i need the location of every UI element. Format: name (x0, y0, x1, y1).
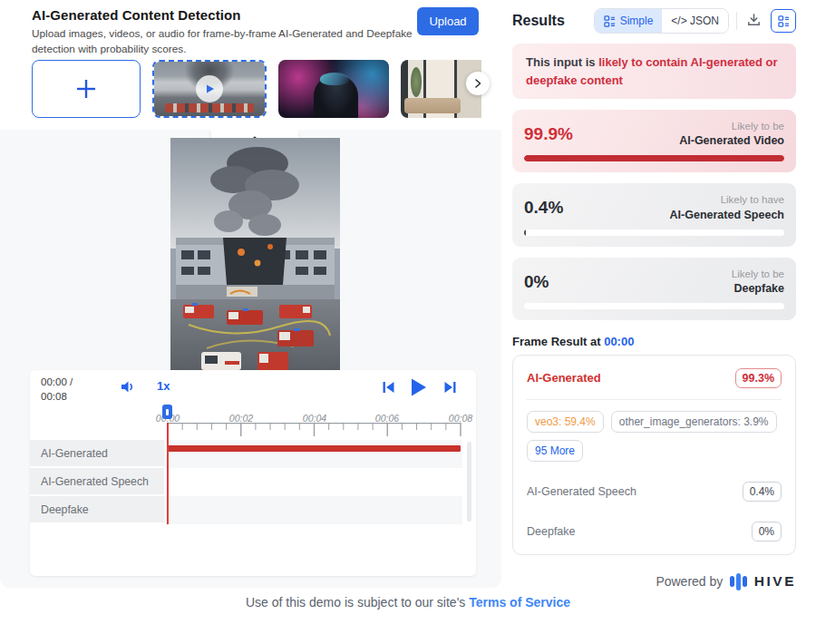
fire-scene-illustration (170, 138, 340, 372)
header-divider (736, 12, 737, 30)
progress-track (524, 303, 784, 309)
detailed-view-button[interactable] (771, 9, 796, 33)
simple-view-label: Simple (620, 15, 654, 27)
frame-result-time[interactable]: 00:00 (604, 335, 634, 348)
playback-speed-button[interactable]: 1x (157, 379, 170, 393)
progress-fill (524, 229, 526, 236)
track-row-ai-generated-speech: AI-Generated Speech (30, 468, 476, 496)
thumbnail-video-selected[interactable] (152, 60, 267, 118)
previous-frame-button[interactable] (382, 381, 395, 396)
skip-forward-icon (443, 381, 457, 394)
track-row-deepfake: Deepfake (30, 496, 476, 524)
json-view-label: </> JSON (671, 15, 719, 27)
results-title: Results (512, 13, 565, 29)
hive-logo-icon (730, 573, 747, 590)
upload-button[interactable]: Upload (417, 7, 479, 35)
frame-row-score-badge: 0% (752, 522, 782, 542)
score-category: Deepfake (732, 282, 784, 295)
frame-result-prefix: Frame Result at (512, 335, 604, 348)
next-frame-button[interactable] (443, 381, 457, 396)
progress-track (524, 229, 784, 236)
simple-view-icon (604, 15, 616, 27)
track-label: Deepfake (30, 496, 164, 523)
video-preview-panel: 00:00 / 00:08 1x (0, 130, 501, 588)
score-category: AI-Generated Speech (670, 209, 784, 221)
ai-generated-detection-bar (168, 445, 461, 452)
footer-text: Use of this demo is subject to our site'… (246, 595, 469, 610)
current-time: 00:00 / (41, 376, 73, 390)
tag-other-image-generators[interactable]: other_image_generators: 3.9% (611, 411, 777, 433)
page-subtitle: Upload images, videos, or audio for fram… (32, 26, 413, 57)
score-qualifier: Likely to be (732, 267, 784, 282)
ai-content-detection-demo: AI-Generated Content Detection Upload im… (0, 0, 816, 644)
volume-button[interactable] (121, 380, 136, 396)
time-display: 00:00 / 00:08 (41, 376, 73, 404)
frame-row-label: Deepfake (527, 525, 576, 538)
terms-of-service-link[interactable]: Terms of Service (469, 595, 570, 610)
score-qualifier: Likely to have (670, 192, 784, 208)
progress-fill (524, 155, 784, 161)
detailed-view-icon (778, 15, 790, 27)
thumbnail-cyberpunk-image[interactable] (278, 60, 389, 118)
download-icon (746, 12, 762, 27)
score-value: 99.9% (524, 124, 573, 144)
video-frame[interactable] (170, 138, 340, 372)
powered-by-row: Powered by HIVE (512, 573, 796, 590)
simple-view-tab[interactable]: Simple (595, 9, 663, 33)
next-thumbnails-button[interactable] (466, 72, 490, 95)
playhead-handle[interactable] (162, 405, 172, 419)
plus-icon (74, 77, 98, 101)
download-results-button[interactable] (744, 10, 763, 32)
detection-tracks: AI-Generated AI-Generated Speech Deepfak… (30, 440, 476, 524)
frame-row-label: AI-Generated Speech (527, 485, 636, 498)
footer: Use of this demo is subject to our site'… (0, 595, 816, 610)
playhead-line (167, 423, 169, 524)
total-time: 00:08 (41, 390, 73, 405)
score-card-deepfake: 0% Likely to be Deepfake (512, 258, 796, 320)
page-title: AI-Generated Content Detection (32, 7, 413, 23)
track-lane (164, 440, 462, 468)
cyberpunk-thumbnail-art (278, 60, 389, 118)
hive-brand-name: HIVE (754, 573, 796, 590)
tag-more-generators[interactable]: 95 More (527, 440, 583, 462)
track-label: AI-Generated (30, 440, 164, 467)
track-label: AI-Generated Speech (30, 468, 164, 495)
play-button[interactable] (409, 377, 428, 400)
score-category: AI-Generated Video (679, 134, 784, 147)
score-card-ai-generated-speech: 0.4% Likely to have AI-Generated Speech (512, 183, 796, 246)
results-controls: Simple </> JSON (594, 8, 796, 34)
timeline-ruler[interactable] (166, 423, 463, 438)
tag-veo3[interactable]: veo3: 59.4% (527, 411, 604, 433)
tracks-scrollbar[interactable] (467, 442, 471, 522)
results-panel: Results Simple (512, 7, 796, 590)
alert-prefix: This input is (526, 55, 598, 69)
frame-primary-score-badge: 99.3% (735, 368, 782, 388)
score-card-ai-generated-video: 99.9% Likely to be AI-Generated Video (512, 110, 796, 172)
progress-track (524, 155, 784, 161)
score-value: 0.4% (524, 198, 563, 218)
generator-tags: veo3: 59.4% other_image_generators: 3.9%… (527, 411, 782, 462)
play-icon (409, 377, 428, 397)
frame-result-card: AI-Generated 99.3% veo3: 59.4% other_ima… (512, 355, 796, 555)
skip-back-icon (382, 381, 395, 394)
view-toggle: Simple </> JSON (594, 8, 729, 34)
powered-by-label: Powered by (656, 574, 723, 589)
results-header: Results Simple (512, 7, 796, 34)
track-lane (164, 496, 462, 524)
add-media-button[interactable] (32, 60, 141, 118)
frame-primary-label: AI-Generated (527, 371, 601, 385)
left-header: AI-Generated Content Detection Upload im… (32, 7, 413, 57)
detection-alert: This input is likely to contain AI-gener… (512, 44, 796, 99)
speaker-icon (121, 380, 136, 394)
playhead-grip (166, 409, 169, 415)
media-thumbnail-strip (32, 60, 481, 118)
frame-row-score-badge: 0.4% (743, 482, 782, 502)
chevron-right-icon (473, 79, 482, 88)
score-qualifier: Likely to be (679, 119, 784, 134)
player-card: 00:00 / 00:08 1x (30, 370, 476, 576)
frame-result-heading: Frame Result at 00:00 (512, 335, 796, 348)
track-row-ai-generated: AI-Generated (30, 440, 476, 468)
json-view-tab[interactable]: </> JSON (662, 9, 728, 33)
frame-card-divider (527, 399, 782, 400)
play-overlay-icon (196, 75, 223, 102)
